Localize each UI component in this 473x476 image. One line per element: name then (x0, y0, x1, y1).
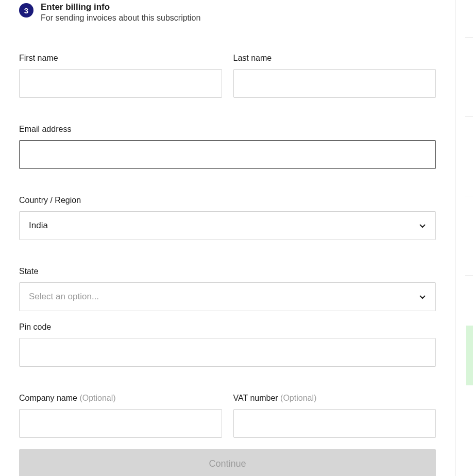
side-divider (465, 196, 473, 275)
email-input[interactable] (19, 140, 436, 169)
email-label: Email address (19, 125, 436, 134)
first-name-label: First name (19, 54, 222, 63)
step-number-badge: 3 (19, 3, 33, 18)
vat-number-label-text: VAT number (233, 394, 281, 402)
step-subtitle: For sending invoices about this subscrip… (41, 13, 200, 23)
last-name-label: Last name (233, 54, 436, 63)
company-name-optional: (Optional) (79, 394, 115, 402)
side-divider (465, 37, 473, 116)
vat-number-label: VAT number (Optional) (233, 394, 436, 403)
state-label: State (19, 267, 436, 276)
company-name-label-text: Company name (19, 394, 79, 402)
side-highlight (466, 326, 473, 385)
side-divider (465, 116, 473, 196)
vat-number-optional: (Optional) (280, 394, 316, 402)
company-name-input[interactable] (19, 409, 222, 438)
step-header: 3 Enter billing info For sending invoice… (19, 2, 436, 23)
country-select[interactable]: India (19, 211, 436, 240)
step-title: Enter billing info (41, 2, 200, 12)
continue-button[interactable]: Continue (19, 449, 436, 476)
vat-number-input[interactable] (233, 409, 436, 438)
state-select[interactable]: Select an option... (19, 282, 436, 311)
last-name-input[interactable] (233, 69, 436, 98)
company-name-label: Company name (Optional) (19, 394, 222, 403)
first-name-input[interactable] (19, 69, 222, 98)
country-label: Country / Region (19, 196, 436, 205)
pin-code-label: Pin code (19, 322, 436, 332)
pin-code-input[interactable] (19, 338, 436, 367)
